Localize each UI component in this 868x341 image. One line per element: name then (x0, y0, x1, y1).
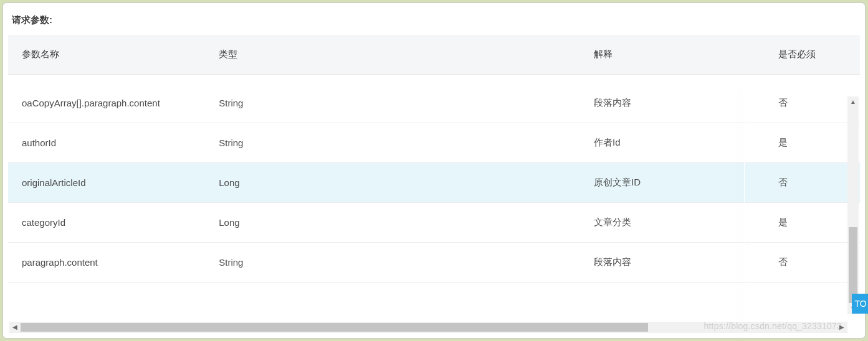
col-header-type[interactable]: 类型 (205, 35, 580, 75)
table-row[interactable]: originalArticleId Long 原创文章ID 否 (8, 162, 860, 202)
cell-type: Long (205, 202, 580, 242)
cell-required: 否 (765, 242, 860, 282)
table-header-row: 参数名称 类型 解释 是否必须 (8, 35, 860, 75)
cell-name: oaCopyArray[].paragraph.content (8, 83, 205, 123)
scroll-left-icon[interactable]: ◀ (9, 322, 21, 333)
to-top-button[interactable]: TO (852, 294, 868, 314)
cell-name: paragraph.content (8, 242, 205, 282)
col-header-explain[interactable]: 解释 (580, 35, 765, 75)
cell-explain: 原创文章ID (580, 162, 765, 202)
col-header-required[interactable]: 是否必须 (765, 35, 860, 75)
table-row[interactable]: oaCopyArray[].paragraph.content String 段… (8, 83, 860, 123)
cell-explain: 段落内容 (580, 242, 765, 282)
params-table: 参数名称 类型 解释 是否必须 oaCopyArray[].paragraph.… (8, 35, 860, 283)
col-header-name[interactable]: 参数名称 (8, 35, 205, 75)
cell-required: 否 (765, 83, 860, 123)
scroll-right-icon[interactable]: ▶ (836, 322, 847, 333)
cell-required: 否 (765, 162, 860, 202)
scroll-up-icon[interactable]: ▲ (847, 96, 859, 108)
table-body: oaCopyArray[].paragraph.content String 段… (8, 75, 860, 283)
cell-type: Long (205, 162, 580, 202)
section-title: 请求参数: (8, 6, 860, 35)
cell-type: String (205, 83, 580, 123)
table-row[interactable]: paragraph.content String 段落内容 否 (8, 242, 860, 282)
table-row[interactable]: authorId String 作者Id 是 (8, 123, 860, 162)
horizontal-scrollbar[interactable]: ◀ ▶ (9, 322, 847, 333)
horizontal-scroll-thumb[interactable] (21, 323, 648, 332)
vertical-scroll-thumb[interactable] (849, 227, 857, 303)
spacer-row (8, 75, 860, 83)
panel-frame: 请求参数: 参数名称 类型 解释 是否必须 oaCopyArray[ (2, 2, 866, 339)
vertical-scrollbar[interactable]: ▲ ▼ (847, 96, 859, 314)
cell-explain: 作者Id (580, 123, 765, 162)
cell-explain: 文章分类 (580, 202, 765, 242)
params-table-container: 参数名称 类型 解释 是否必须 oaCopyArray[].paragraph.… (8, 35, 860, 283)
cell-name: categoryId (8, 202, 205, 242)
cell-type: String (205, 242, 580, 282)
cell-type: String (205, 123, 580, 162)
cell-required: 是 (765, 123, 860, 162)
cell-name: originalArticleId (8, 162, 205, 202)
cell-required: 是 (765, 202, 860, 242)
cell-explain: 段落内容 (580, 83, 765, 123)
cell-name: authorId (8, 123, 205, 162)
table-row[interactable]: categoryId Long 文章分类 是 (8, 202, 860, 242)
